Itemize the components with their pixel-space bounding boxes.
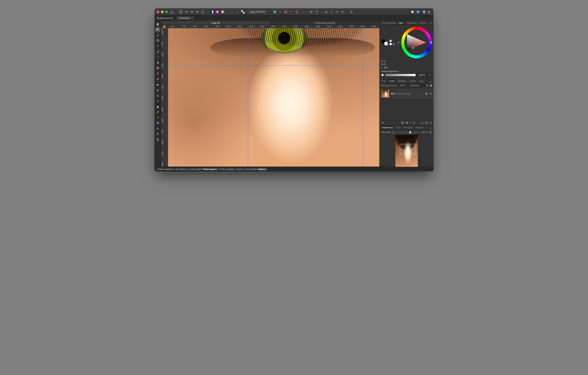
brush-tool-icon[interactable] (155, 71, 160, 76)
marquee-tool-icon[interactable] (155, 55, 160, 60)
text-tool-icon[interactable]: A (155, 126, 160, 131)
assistant-1-icon[interactable] (410, 10, 415, 14)
presets-button[interactable]: Установки... (176, 16, 194, 20)
tab-swatches[interactable]: Образцы (405, 21, 418, 25)
liquify-persona-icon[interactable] (184, 10, 189, 14)
tab-layers[interactable]: Слои (387, 79, 396, 83)
pen-tool-icon[interactable] (155, 115, 160, 120)
dropdown-1[interactable] (278, 10, 283, 14)
gear-icon[interactable] (426, 84, 429, 87)
opacity-slider[interactable] (385, 74, 416, 76)
tab-navigator[interactable]: Навигатор (380, 126, 395, 129)
mini-color-row[interactable] (389, 43, 395, 45)
checkerboard-icon[interactable] (241, 10, 245, 14)
tab-cor[interactable]: Кор (380, 79, 387, 83)
tool-circle-1-icon[interactable] (210, 10, 214, 14)
color-triangle[interactable] (407, 34, 426, 51)
blend-mode-select[interactable]: Обычный (408, 84, 425, 87)
marquee-dashed-icon[interactable] (230, 10, 234, 14)
fg-bg-swatches[interactable] (381, 39, 388, 46)
clone-tool-icon[interactable] (155, 93, 160, 98)
magnet-icon[interactable] (294, 10, 299, 14)
eraser-tool-icon[interactable] (155, 82, 160, 87)
tab-effects[interactable]: Эффект (396, 79, 408, 83)
move-tool-icon[interactable] (155, 27, 160, 32)
tab-transform[interactable]: Трф (395, 126, 402, 129)
color-picker-tool-icon[interactable] (155, 33, 160, 38)
grid-small-icon[interactable] (425, 121, 428, 124)
paint-mixer-tool-icon[interactable] (155, 66, 160, 71)
tab-styles[interactable]: Стили (408, 79, 418, 83)
vertical-guide[interactable] (248, 28, 248, 166)
quick-mask-icon[interactable] (273, 10, 277, 14)
photo-persona-icon[interactable] (178, 10, 183, 14)
list-icon[interactable] (349, 10, 354, 14)
grid-icon[interactable] (284, 10, 288, 14)
lock-icon[interactable] (430, 84, 432, 87)
canvas[interactable] (168, 28, 379, 166)
tab-color[interactable]: Цвет (397, 21, 406, 25)
layer-visible-checkbox[interactable] (429, 92, 432, 95)
adjustment-icon[interactable] (405, 121, 408, 124)
hand-cursor-icon[interactable]: ✋ (163, 25, 166, 28)
folder-icon[interactable] (420, 121, 423, 124)
heal-tool-icon[interactable] (155, 110, 160, 115)
layer-row[interactable]: Фон (Пиксельный) (379, 89, 433, 99)
hue-handle[interactable] (430, 41, 432, 44)
layer-panel-menu-icon[interactable]: ≡ (429, 80, 432, 83)
layer-lock-icon[interactable] (425, 92, 428, 95)
color-wheel[interactable] (401, 27, 432, 58)
zoom-tool-icon[interactable] (155, 137, 160, 142)
navigator-thumbnail[interactable] (395, 135, 418, 167)
export-persona-icon[interactable] (200, 10, 205, 14)
eyedropper-mini-icon[interactable] (397, 41, 400, 44)
nav-panel-menu-icon[interactable]: ≡ (429, 127, 432, 129)
arrange-4-icon[interactable] (340, 10, 345, 14)
hand-tool-icon[interactable] (155, 22, 160, 27)
vertical-ruler[interactable]: px 1600170018001900200021002200230024002… (161, 28, 168, 166)
develop-persona-icon[interactable] (189, 10, 194, 14)
panel-menu-icon[interactable]: ≡ (429, 22, 432, 25)
zoom-in-button[interactable] (429, 131, 432, 134)
horizontal-guide[interactable] (168, 66, 379, 66)
soft-proof-icon[interactable] (220, 10, 225, 14)
diagonal-line-icon[interactable] (235, 10, 240, 14)
document-tab-1[interactable]: 2.jpg [И] (161, 21, 270, 25)
layer-opacity-value[interactable]: 100 % (398, 84, 407, 87)
flood-fill-tool-icon[interactable] (155, 60, 160, 65)
tab-channels[interactable]: Каналы (414, 126, 425, 129)
dodge-tool-icon[interactable] (155, 88, 160, 93)
opacity-slider-knob[interactable] (413, 74, 416, 77)
delete-layer-icon[interactable] (429, 121, 432, 124)
color-wheel-icon[interactable] (215, 10, 220, 14)
tab-history[interactable]: История (402, 126, 414, 129)
tab-hrsh[interactable]: Хрщ (417, 79, 425, 83)
arrange-1-icon[interactable] (324, 10, 328, 14)
none-swatch-row[interactable] (389, 40, 395, 42)
navigator-viewport[interactable] (400, 144, 416, 155)
zoom-slider[interactable] (396, 132, 420, 133)
arrange-3-icon[interactable] (335, 10, 339, 14)
tab-histogram[interactable]: Гистограмма (380, 21, 397, 25)
bg-swatch[interactable] (384, 41, 388, 46)
tab-brushes[interactable]: Кисти (418, 21, 427, 25)
opacity-value[interactable]: 100 % (417, 73, 427, 77)
hourglass-icon[interactable] (413, 121, 415, 124)
crosshair-icon[interactable] (289, 10, 294, 14)
arrange-2-icon[interactable] (329, 10, 334, 14)
mesh-tool-icon[interactable] (155, 132, 160, 137)
zoom-out-button[interactable] (392, 131, 395, 134)
horizontal-ruler[interactable]: 6007008009001000110012001300140015001600… (168, 25, 379, 28)
dropdown-2[interactable] (300, 10, 304, 14)
drop-tool-icon[interactable] (155, 104, 160, 109)
assistant-2-icon[interactable] (416, 10, 420, 14)
align-tool-icon[interactable] (309, 10, 314, 14)
blur-brush-tool-icon[interactable] (155, 77, 160, 82)
inpaint-tool-icon[interactable] (155, 99, 160, 104)
zoom-window-button[interactable] (165, 11, 168, 13)
selection-brush-tool-icon[interactable] (155, 44, 160, 49)
minimize-window-button[interactable] (161, 11, 163, 13)
vertical-guide[interactable] (363, 28, 363, 166)
layers-stack-icon[interactable] (381, 121, 384, 124)
magic-wand-tool-icon[interactable] (155, 49, 160, 54)
